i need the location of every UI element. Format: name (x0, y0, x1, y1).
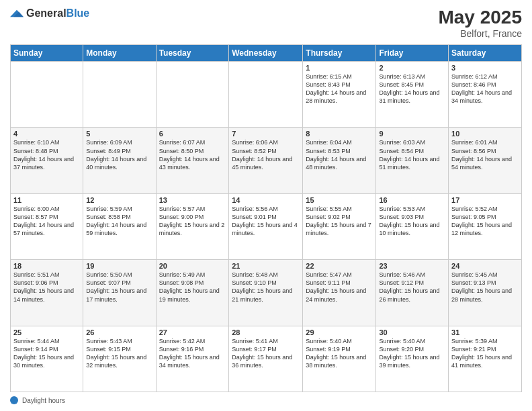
cell-info: Sunrise: 5:56 AM Sunset: 9:01 PM Dayligh… (232, 205, 300, 238)
calendar-cell: 26Sunrise: 5:43 AM Sunset: 9:15 PM Dayli… (83, 326, 156, 392)
cell-info: Sunrise: 5:46 AM Sunset: 9:12 PM Dayligh… (379, 271, 445, 304)
calendar-cell: 10Sunrise: 6:01 AM Sunset: 8:56 PM Dayli… (449, 128, 522, 193)
cell-info: Sunrise: 6:10 AM Sunset: 8:48 PM Dayligh… (13, 138, 80, 171)
logo-general-text: GeneralBlue (26, 7, 89, 19)
day-number: 12 (86, 196, 152, 204)
calendar-cell: 30Sunrise: 5:40 AM Sunset: 9:20 PM Dayli… (376, 326, 449, 392)
day-number: 30 (379, 328, 445, 336)
day-number: 23 (379, 262, 445, 270)
calendar-day-header: Friday (376, 45, 449, 62)
calendar-cell: 20Sunrise: 5:49 AM Sunset: 9:08 PM Dayli… (156, 260, 229, 326)
calendar-week-row: 1Sunrise: 6:15 AM Sunset: 8:43 PM Daylig… (11, 62, 522, 128)
calendar-cell: 13Sunrise: 5:57 AM Sunset: 9:00 PM Dayli… (156, 193, 229, 259)
calendar-cell: 14Sunrise: 5:56 AM Sunset: 9:01 PM Dayli… (229, 193, 303, 259)
day-number: 21 (232, 262, 300, 270)
day-number: 16 (379, 196, 445, 204)
day-number: 9 (379, 130, 445, 138)
day-number: 13 (159, 196, 226, 204)
day-number: 5 (86, 130, 152, 138)
daylight-hours-label: Daylight hours (22, 397, 65, 404)
calendar-day-header: Tuesday (156, 45, 229, 62)
day-number: 6 (159, 130, 226, 138)
daylight-dot (10, 396, 18, 404)
day-number: 26 (86, 328, 152, 336)
calendar-cell: 2Sunrise: 6:13 AM Sunset: 8:45 PM Daylig… (376, 62, 449, 128)
calendar-cell: 11Sunrise: 6:00 AM Sunset: 8:57 PM Dayli… (11, 193, 83, 259)
cell-info: Sunrise: 5:42 AM Sunset: 9:16 PM Dayligh… (159, 337, 226, 370)
page: GeneralBlue May 2025 Belfort, France Sun… (0, 0, 532, 411)
cell-info: Sunrise: 5:41 AM Sunset: 9:17 PM Dayligh… (232, 337, 300, 370)
cell-info: Sunrise: 5:48 AM Sunset: 9:10 PM Dayligh… (232, 271, 300, 304)
day-number: 4 (13, 130, 80, 138)
calendar-cell: 5Sunrise: 6:09 AM Sunset: 8:49 PM Daylig… (83, 128, 156, 193)
calendar-cell: 29Sunrise: 5:40 AM Sunset: 9:19 PM Dayli… (303, 326, 376, 392)
cell-info: Sunrise: 5:55 AM Sunset: 9:02 PM Dayligh… (306, 205, 373, 238)
calendar-cell: 12Sunrise: 5:59 AM Sunset: 8:58 PM Dayli… (83, 193, 156, 259)
calendar-week-row: 11Sunrise: 6:00 AM Sunset: 8:57 PM Dayli… (11, 193, 522, 259)
footer: Daylight hours (10, 396, 522, 404)
cell-info: Sunrise: 5:50 AM Sunset: 9:07 PM Dayligh… (86, 271, 152, 304)
cell-info: Sunrise: 5:51 AM Sunset: 9:06 PM Dayligh… (13, 271, 80, 304)
calendar-cell (83, 62, 156, 128)
calendar-header-row: SundayMondayTuesdayWednesdayThursdayFrid… (11, 45, 522, 62)
cell-info: Sunrise: 5:52 AM Sunset: 9:05 PM Dayligh… (451, 205, 519, 238)
calendar-cell (156, 62, 229, 128)
calendar-cell: 1Sunrise: 6:15 AM Sunset: 8:43 PM Daylig… (303, 62, 376, 128)
calendar-cell: 8Sunrise: 6:04 AM Sunset: 8:53 PM Daylig… (303, 128, 376, 193)
calendar-cell: 21Sunrise: 5:48 AM Sunset: 9:10 PM Dayli… (229, 260, 303, 326)
logo: GeneralBlue (10, 7, 89, 20)
day-number: 17 (451, 196, 519, 204)
calendar-cell: 23Sunrise: 5:46 AM Sunset: 9:12 PM Dayli… (376, 260, 449, 326)
day-number: 10 (451, 130, 519, 138)
calendar-table: SundayMondayTuesdayWednesdayThursdayFrid… (10, 44, 522, 392)
cell-info: Sunrise: 5:45 AM Sunset: 9:13 PM Dayligh… (451, 271, 519, 304)
location: Belfort, France (438, 28, 522, 39)
day-number: 25 (13, 328, 80, 336)
day-number: 14 (232, 196, 300, 204)
cell-info: Sunrise: 5:40 AM Sunset: 9:19 PM Dayligh… (306, 337, 373, 370)
day-number: 15 (306, 196, 373, 204)
calendar-week-row: 4Sunrise: 6:10 AM Sunset: 8:48 PM Daylig… (11, 128, 522, 193)
calendar-day-header: Monday (83, 45, 156, 62)
calendar-cell: 17Sunrise: 5:52 AM Sunset: 9:05 PM Dayli… (449, 193, 522, 259)
cell-info: Sunrise: 6:09 AM Sunset: 8:49 PM Dayligh… (86, 138, 152, 171)
day-number: 19 (86, 262, 152, 270)
calendar-cell (11, 62, 83, 128)
cell-info: Sunrise: 5:53 AM Sunset: 9:03 PM Dayligh… (379, 205, 445, 238)
calendar-cell: 6Sunrise: 6:07 AM Sunset: 8:50 PM Daylig… (156, 128, 229, 193)
calendar-cell: 31Sunrise: 5:39 AM Sunset: 9:21 PM Dayli… (449, 326, 522, 392)
calendar-cell: 16Sunrise: 5:53 AM Sunset: 9:03 PM Dayli… (376, 193, 449, 259)
day-number: 8 (306, 130, 373, 138)
day-number: 29 (306, 328, 373, 336)
cell-info: Sunrise: 5:57 AM Sunset: 9:00 PM Dayligh… (159, 205, 226, 238)
header: GeneralBlue May 2025 Belfort, France (10, 7, 522, 39)
cell-info: Sunrise: 5:59 AM Sunset: 8:58 PM Dayligh… (86, 205, 152, 238)
calendar-week-row: 25Sunrise: 5:44 AM Sunset: 9:14 PM Dayli… (11, 326, 522, 392)
cell-info: Sunrise: 6:15 AM Sunset: 8:43 PM Dayligh… (306, 73, 373, 105)
cell-info: Sunrise: 5:49 AM Sunset: 9:08 PM Dayligh… (159, 271, 226, 304)
cell-info: Sunrise: 6:06 AM Sunset: 8:52 PM Dayligh… (232, 138, 300, 171)
day-number: 11 (13, 196, 80, 204)
calendar-cell: 19Sunrise: 5:50 AM Sunset: 9:07 PM Dayli… (83, 260, 156, 326)
calendar-day-header: Sunday (11, 45, 83, 62)
day-number: 28 (232, 328, 300, 336)
calendar-cell: 18Sunrise: 5:51 AM Sunset: 9:06 PM Dayli… (11, 260, 83, 326)
calendar-day-header: Saturday (449, 45, 522, 62)
calendar-cell: 22Sunrise: 5:47 AM Sunset: 9:11 PM Dayli… (303, 260, 376, 326)
cell-info: Sunrise: 6:03 AM Sunset: 8:54 PM Dayligh… (379, 138, 445, 171)
calendar-cell: 4Sunrise: 6:10 AM Sunset: 8:48 PM Daylig… (11, 128, 83, 193)
calendar-cell: 24Sunrise: 5:45 AM Sunset: 9:13 PM Dayli… (449, 260, 522, 326)
calendar-cell: 3Sunrise: 6:12 AM Sunset: 8:46 PM Daylig… (449, 62, 522, 128)
cell-info: Sunrise: 6:12 AM Sunset: 8:46 PM Dayligh… (451, 73, 519, 105)
month-year: May 2025 (438, 7, 522, 28)
day-number: 18 (13, 262, 80, 270)
calendar-week-row: 18Sunrise: 5:51 AM Sunset: 9:06 PM Dayli… (11, 260, 522, 326)
calendar-cell (229, 62, 303, 128)
cell-info: Sunrise: 6:04 AM Sunset: 8:53 PM Dayligh… (306, 138, 373, 171)
day-number: 3 (451, 64, 519, 72)
calendar-day-header: Wednesday (229, 45, 303, 62)
title-block: May 2025 Belfort, France (438, 7, 522, 39)
cell-info: Sunrise: 5:43 AM Sunset: 9:15 PM Dayligh… (86, 337, 152, 370)
day-number: 7 (232, 130, 300, 138)
cell-info: Sunrise: 6:01 AM Sunset: 8:56 PM Dayligh… (451, 138, 519, 171)
